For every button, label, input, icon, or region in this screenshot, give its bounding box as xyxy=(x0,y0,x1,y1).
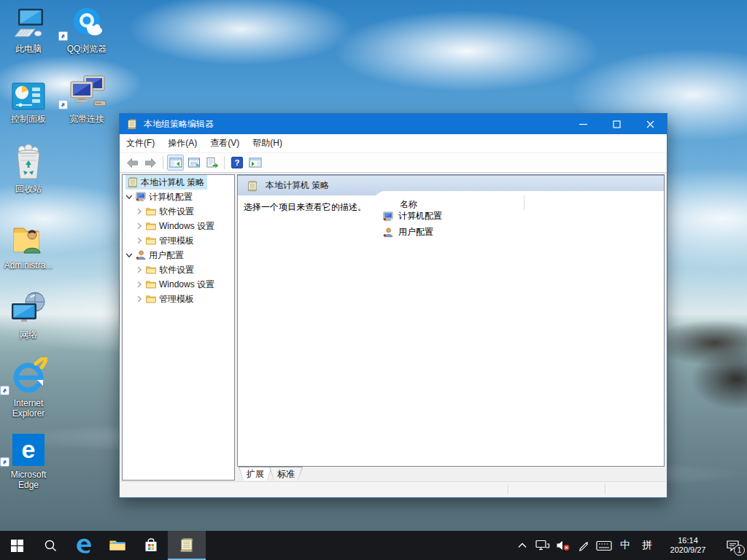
chevron-down-icon[interactable] xyxy=(125,251,133,260)
menu-view[interactable]: 查看(V) xyxy=(204,134,246,152)
back-button[interactable] xyxy=(124,155,141,171)
view-tabs: 扩展 标准 xyxy=(237,467,665,481)
title-bar[interactable]: 本地组策略编辑器 xyxy=(120,114,667,134)
desktop-icon-label: Internet Explorer xyxy=(0,398,57,419)
help-icon: ? xyxy=(231,157,243,168)
clock-date: 2020/9/27 xyxy=(661,545,715,555)
shortcut-arrow-icon xyxy=(58,100,68,109)
ime-language-indicator[interactable]: 中 xyxy=(614,531,636,560)
taskbar-edge-button[interactable] xyxy=(67,531,101,560)
status-divider xyxy=(508,484,508,494)
show-action-pane-button[interactable] xyxy=(247,155,263,171)
desktop-icon-broadband[interactable]: 宽带连接 xyxy=(58,74,115,124)
menu-action[interactable]: 操作(A) xyxy=(161,134,204,152)
this-pc-icon xyxy=(0,4,57,41)
show-console-tree-button[interactable] xyxy=(167,155,184,171)
tray-network-button[interactable] xyxy=(533,531,553,560)
desktop-icon-microsoft-edge[interactable]: e Microsoft Edge xyxy=(0,430,57,490)
chevron-right-icon[interactable] xyxy=(135,222,144,230)
menu-help[interactable]: 帮助(H) xyxy=(246,134,289,152)
tree-item-administrative-templates-user[interactable]: 管理模板 xyxy=(123,292,234,306)
tab-extended[interactable]: 扩展 xyxy=(239,467,272,481)
status-bar xyxy=(120,481,666,497)
back-icon xyxy=(125,158,139,168)
chevron-right-icon[interactable] xyxy=(135,236,144,245)
column-divider[interactable] xyxy=(524,195,525,210)
desktop: 此电脑 QQ浏览器 xyxy=(0,0,747,560)
chevron-right-icon[interactable] xyxy=(135,280,144,289)
tray-volume-button[interactable] xyxy=(553,531,573,560)
chevron-right-icon[interactable] xyxy=(135,265,144,274)
touch-keyboard-icon xyxy=(596,540,612,551)
tree-item-software-settings[interactable]: 软件设置 xyxy=(123,204,234,219)
microsoft-edge-icon: e xyxy=(0,430,57,467)
folder-icon xyxy=(145,293,157,305)
tree-item-windows-settings-user[interactable]: Windows 设置 xyxy=(123,277,234,292)
file-explorer-button[interactable] xyxy=(101,531,134,560)
console-tree: 本地计算机 策略 计算机配置 xyxy=(122,174,235,481)
start-icon xyxy=(11,540,23,552)
tray-keyboard-button[interactable] xyxy=(594,531,614,560)
menu-bar: 文件(F) 操作(A) 查看(V) 帮助(H) xyxy=(120,134,667,153)
tree-item-label: 本地计算机 策略 xyxy=(141,176,204,189)
help-glyph: ? xyxy=(234,158,239,167)
desktop-icon-this-pc[interactable]: 此电脑 xyxy=(0,4,57,54)
tree-item-computer-configuration[interactable]: 计算机配置 xyxy=(123,190,234,204)
edge-icon xyxy=(74,536,93,555)
scroll-icon xyxy=(247,180,258,192)
show-console-tree-icon xyxy=(169,157,182,168)
tab-standard[interactable]: 标准 xyxy=(269,467,303,481)
recycle-bin-icon xyxy=(0,144,57,181)
tree-item-local-computer-policy[interactable]: 本地计算机 策略 xyxy=(123,175,234,190)
tree-item-administrative-templates[interactable]: 管理模板 xyxy=(123,233,234,248)
store-button[interactable] xyxy=(134,531,168,560)
start-button[interactable] xyxy=(0,531,34,560)
forward-button[interactable] xyxy=(142,155,159,171)
result-header-title: 本地计算机 策略 xyxy=(266,179,329,192)
desktop-icon-network[interactable]: 网络 xyxy=(0,290,57,340)
tree-item-software-settings-user[interactable]: 软件设置 xyxy=(123,262,234,277)
shortcut-arrow-icon xyxy=(0,457,9,467)
file-explorer-icon xyxy=(109,538,126,553)
column-header-name[interactable]: 名称 xyxy=(400,198,417,211)
search-button[interactable] xyxy=(34,531,67,560)
result-item-user-configuration[interactable]: 用户配置 xyxy=(382,226,433,238)
export-list-button[interactable] xyxy=(204,155,220,171)
desktop-icon-admin-folder[interactable]: Administra... xyxy=(0,221,57,271)
chevron-right-icon[interactable] xyxy=(135,207,144,216)
volume-muted-icon xyxy=(556,540,570,551)
desktop-icon-control-panel[interactable]: 控制面板 xyxy=(0,74,57,124)
tree-item-user-configuration[interactable]: 用户配置 xyxy=(123,248,234,262)
maximize-button[interactable] xyxy=(600,114,633,134)
desktop-icon-internet-explorer[interactable]: Internet Explorer xyxy=(0,359,57,419)
internet-explorer-icon xyxy=(0,359,57,395)
menu-file[interactable]: 文件(F) xyxy=(120,134,161,152)
tree-item-windows-settings[interactable]: Windows 设置 xyxy=(123,219,234,233)
chevron-up-icon xyxy=(518,542,527,548)
minimize-button[interactable] xyxy=(566,114,600,134)
folder-icon xyxy=(145,279,157,290)
result-item-computer-configuration[interactable]: 计算机配置 xyxy=(382,210,442,222)
desktop-icon-qq-browser[interactable]: QQ浏览器 xyxy=(58,4,115,54)
chevron-down-icon[interactable] xyxy=(125,192,133,201)
gpedit-window: 本地组策略编辑器 文件(F) 操作(A) 查看(V) 帮助(H) xyxy=(119,113,667,498)
action-center-button[interactable]: 1 xyxy=(718,531,747,560)
help-button[interactable]: ? xyxy=(228,155,245,171)
close-icon xyxy=(646,120,654,128)
close-button[interactable] xyxy=(633,114,667,134)
clock[interactable]: 16:14 2020/9/27 xyxy=(661,536,715,555)
tray-pen-button[interactable] xyxy=(573,531,594,560)
clock-time: 16:14 xyxy=(661,536,715,545)
shortcut-arrow-icon xyxy=(0,386,9,395)
tray-chevron-up-button[interactable] xyxy=(512,531,533,560)
desktop-icon-label: 控制面板 xyxy=(0,114,57,124)
chevron-right-icon[interactable] xyxy=(135,295,144,303)
desktop-icon-label: Microsoft Edge xyxy=(0,470,57,490)
desktop-icon-recycle-bin[interactable]: 回收站 xyxy=(0,144,57,194)
folder-icon xyxy=(145,235,157,246)
properties-button[interactable] xyxy=(185,155,202,171)
computer-config-icon xyxy=(382,211,394,222)
ime-mode-indicator[interactable]: 拼 xyxy=(636,531,658,560)
desktop-icon-label: 宽带连接 xyxy=(58,114,115,124)
taskbar-gpedit-button[interactable] xyxy=(168,531,206,560)
